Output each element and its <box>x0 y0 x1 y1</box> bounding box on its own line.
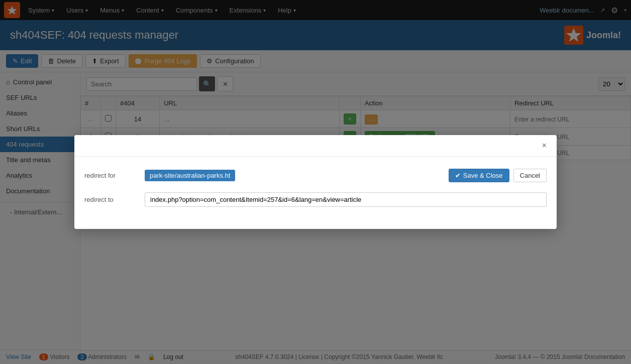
redirect-for-row: redirect for park-site/australian-parks.… <box>84 169 547 182</box>
modal-close-button[interactable]: × <box>540 141 549 150</box>
redirect-for-value: park-site/australian-parks.ht <box>145 170 235 181</box>
redirect-for-label: redirect for <box>84 172 145 179</box>
save-icon: ✔ <box>455 172 461 179</box>
modal-body: redirect for park-site/australian-parks.… <box>74 157 557 229</box>
modal-actions: ✔ Save & Close Cancel <box>449 169 547 182</box>
redirect-to-input[interactable] <box>145 192 547 207</box>
redirect-to-row: redirect to <box>84 192 547 207</box>
modal-overlay: × redirect for park-site/australian-park… <box>0 0 631 364</box>
cancel-button[interactable]: Cancel <box>513 169 547 182</box>
save-close-button[interactable]: ✔ Save & Close <box>449 169 509 182</box>
redirect-to-label: redirect to <box>84 196 145 203</box>
redirect-modal: × redirect for park-site/australian-park… <box>74 135 557 229</box>
modal-header: × <box>74 135 557 157</box>
